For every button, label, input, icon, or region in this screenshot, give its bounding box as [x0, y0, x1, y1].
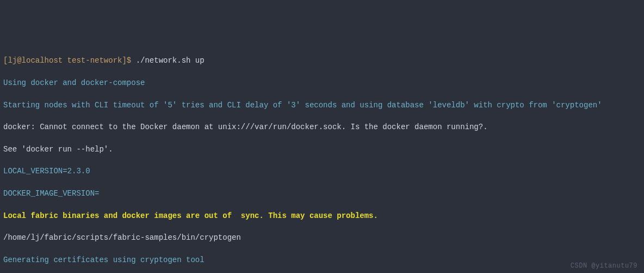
output-line: LOCAL_VERSION=2.3.0 — [3, 166, 641, 177]
prompt: [lj@localhost test-network]$ — [3, 56, 136, 65]
warning-line: Local fabric binaries and docker images … — [3, 210, 641, 221]
output-line: See 'docker run --help'. — [3, 144, 641, 155]
output-line: /home/lj/fabric/scripts/fabric-samples/b… — [3, 232, 641, 243]
watermark: CSDN @yitanutu79 — [571, 262, 637, 271]
output-line: Generating certificates using cryptogen … — [3, 254, 641, 265]
command: ./network.sh up — [136, 56, 205, 65]
output-line: Starting nodes with CLI timeout of '5' t… — [3, 100, 641, 111]
output-line: docker: Cannot connect to the Docker dae… — [3, 122, 641, 132]
prompt-line: [lj@localhost test-network]$ ./network.s… — [3, 55, 641, 66]
output-line: Using docker and docker-compose — [3, 77, 641, 88]
output-line: DOCKER_IMAGE_VERSION= — [3, 188, 641, 199]
terminal-output[interactable]: [lj@localhost test-network]$ ./network.s… — [3, 44, 641, 273]
